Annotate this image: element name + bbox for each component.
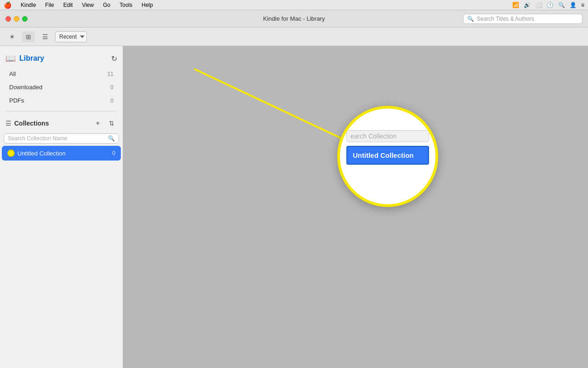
collection-search-icon: 🔍 <box>108 135 115 142</box>
sidebar-pdfs-count: 0 <box>110 98 113 104</box>
menu-kindle[interactable]: Kindle <box>19 2 38 8</box>
collections-header: ☰ Collections + ⇅ <box>0 115 123 132</box>
menu-view[interactable]: View <box>80 2 96 8</box>
collections-list-icon: ☰ <box>6 120 11 127</box>
wifi-icon: 📶 <box>512 2 519 8</box>
search-icon: 🔍 <box>467 16 474 22</box>
collection-search-bar[interactable]: 🔍 <box>4 133 119 144</box>
search-menubar-icon[interactable]: 🔍 <box>558 2 565 8</box>
collections-label: Collections <box>14 120 90 127</box>
grid-view-button[interactable]: ⊞ <box>22 31 35 42</box>
zoom-search-partial: earch Collection <box>351 132 396 140</box>
content-area: earch Collection Untitled Collection <box>123 46 588 368</box>
collection-search-input[interactable] <box>8 135 106 142</box>
zoom-collection-item: Untitled Collection <box>346 146 429 165</box>
volume-icon: 🔊 <box>524 2 531 8</box>
collection-dot <box>7 150 15 157</box>
menu-go[interactable]: Go <box>101 2 112 8</box>
sidebar-divider <box>6 111 117 111</box>
sidebar-item-pdfs[interactable]: PDFs 0 <box>2 94 121 107</box>
menu-file[interactable]: File <box>43 2 56 8</box>
menu-edit[interactable]: Edit <box>62 2 75 8</box>
maximize-button[interactable] <box>22 16 28 22</box>
sidebar-downloaded-count: 0 <box>110 84 113 91</box>
traffic-lights <box>6 16 28 22</box>
clock-icon: 🕐 <box>547 2 554 8</box>
refresh-button[interactable]: ↻ <box>111 54 117 63</box>
minimize-button[interactable] <box>14 16 19 22</box>
close-button[interactable] <box>6 16 11 22</box>
title-search-bar[interactable]: 🔍 <box>463 14 582 24</box>
sidebar-item-downloaded[interactable]: Downloaded 0 <box>2 81 121 93</box>
window: Kindle for Mac - Library 🔍 ☀ ⊞ ☰ Recent … <box>0 10 588 368</box>
connector-line <box>123 46 588 368</box>
user-icon[interactable]: 👤 <box>570 2 577 8</box>
sidebar: 📖 Library ↻ All 11 Downloaded 0 PDFs 0 ☰ <box>0 46 123 368</box>
add-collection-button[interactable]: + <box>92 118 103 129</box>
sort-select[interactable]: Recent Title Author <box>55 31 87 42</box>
title-bar: Kindle for Mac - Library 🔍 <box>0 10 588 28</box>
sidebar-all-label: All <box>9 70 107 77</box>
sort-collections-button[interactable]: ⇅ <box>106 118 117 129</box>
menu-help[interactable]: Help <box>140 2 155 8</box>
zoom-content: earch Collection Untitled Collection <box>346 130 429 165</box>
menu-bar: 🍎 Kindle File Edit View Go Tools Help 📶 … <box>0 0 588 10</box>
collection-item-untitled[interactable]: Untitled Collection 0 <box>2 146 121 161</box>
sidebar-all-count: 11 <box>107 71 113 77</box>
zoom-collection-name: Untitled Collection <box>353 151 414 159</box>
search-input[interactable] <box>477 16 578 22</box>
list-view-button[interactable]: ☰ <box>39 31 51 42</box>
menu-bar-right: 📶 🔊 ⬜ 🕐 🔍 👤 ≡ <box>512 2 584 8</box>
library-label: Library <box>19 54 107 63</box>
sidebar-downloaded-label: Downloaded <box>9 84 110 91</box>
battery-icon: ⬜ <box>535 2 542 8</box>
sidebar-pdfs-label: PDFs <box>9 97 110 104</box>
bullets-icon[interactable]: ≡ <box>581 2 584 8</box>
toolbar: ☀ ⊞ ☰ Recent Title Author <box>0 28 588 46</box>
window-title: Kindle for Mac - Library <box>263 15 325 22</box>
main-layout: 📖 Library ↻ All 11 Downloaded 0 PDFs 0 ☰ <box>0 46 588 368</box>
brightness-button[interactable]: ☀ <box>6 31 18 42</box>
zoom-overlay: earch Collection Untitled Collection <box>337 106 438 207</box>
collection-item-label: Untitled Collection <box>17 150 112 157</box>
sidebar-library-header: 📖 Library ↻ <box>0 50 123 67</box>
menu-tools[interactable]: Tools <box>118 2 134 8</box>
collection-search-wrap: 🔍 <box>0 132 123 145</box>
sidebar-item-all[interactable]: All 11 <box>2 68 121 80</box>
zoom-search-bar: earch Collection <box>346 130 429 142</box>
apple-menu[interactable]: 🍎 <box>4 1 11 9</box>
library-book-icon: 📖 <box>6 53 16 63</box>
collection-item-count: 0 <box>112 150 115 156</box>
